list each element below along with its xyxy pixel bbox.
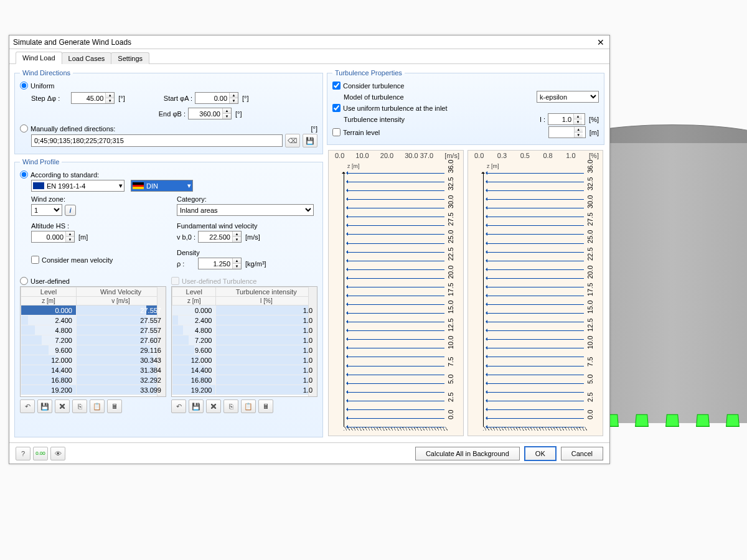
spin-down-icon[interactable]: ▼: [106, 98, 114, 103]
table-row[interactable]: 19.20033.099: [21, 385, 166, 395]
panel-wind-directions: Wind Directions Uniform Step Δφ : ▲▼ [°]…: [14, 69, 323, 154]
ok-button[interactable]: OK: [525, 447, 556, 460]
select-zone[interactable]: 1: [31, 204, 62, 216]
tool-undo-icon[interactable]: ↶: [20, 399, 35, 413]
check-consider[interactable]: [332, 82, 341, 90]
table-row[interactable]: 0.0001.0: [172, 306, 317, 315]
label-manual: Manually defined directions:: [31, 125, 115, 133]
legend-turb: Turbulence Properties: [332, 69, 405, 77]
input-density[interactable]: ▲▼: [198, 258, 242, 269]
clear-icon[interactable]: ⌫: [285, 134, 300, 147]
input-start[interactable]: ▲▼: [195, 92, 238, 104]
tab-bar: Wind Load Load Cases Settings: [9, 49, 609, 64]
tab-wind-load[interactable]: Wind Load: [16, 52, 62, 64]
input-manual-list[interactable]: [31, 134, 283, 147]
tool-clear-icon[interactable]: 🗙: [206, 399, 221, 413]
tool-calc-icon[interactable]: 🖩: [107, 399, 122, 413]
check-terrain[interactable]: [332, 128, 341, 136]
tool-paste-icon[interactable]: 📋: [90, 399, 105, 413]
table-turbulence[interactable]: LevelTurbulence intensity z [m]I [%] 0.0…: [171, 286, 317, 397]
table-row[interactable]: 4.80027.557: [21, 325, 166, 335]
cancel-button[interactable]: Cancel: [561, 447, 603, 460]
tool-clear-icon[interactable]: 🗙: [55, 399, 70, 413]
table-toolbar-2: ↶ 💾 🗙 ⎘ 📋 🖩: [171, 399, 317, 413]
tool-calc-icon[interactable]: 🖩: [258, 399, 273, 413]
table-row[interactable]: 7.2001.0: [172, 335, 317, 345]
close-icon[interactable]: ✕: [596, 37, 606, 47]
input-end[interactable]: ▲▼: [188, 108, 232, 119]
view-icon[interactable]: 👁: [50, 447, 65, 460]
tab-load-cases[interactable]: Load Cases: [62, 52, 112, 64]
table-row[interactable]: 9.60029.116: [21, 345, 166, 355]
table-row[interactable]: 2.4001.0: [172, 315, 317, 325]
check-mean[interactable]: [31, 256, 39, 264]
dialog: Simulate and Generate Wind Loads ✕ Wind …: [9, 35, 610, 464]
legend-profile: Wind Profile: [20, 158, 62, 166]
input-intensity[interactable]: ▲▼: [548, 113, 585, 125]
select-model[interactable]: k-epsilon: [537, 91, 599, 103]
table-row[interactable]: 9.6001.0: [172, 345, 317, 355]
help-icon[interactable]: ?: [16, 447, 31, 460]
label-end: End φB :: [154, 110, 186, 118]
label-step: Step Δφ :: [31, 95, 60, 102]
units-icon[interactable]: 0.00: [33, 447, 48, 460]
label-uniform: Uniform: [31, 82, 55, 90]
titlebar: Simulate and Generate Wind Loads ✕: [9, 35, 609, 49]
select-annex[interactable]: DIN▾: [131, 180, 193, 192]
tool-paste-icon[interactable]: 📋: [241, 399, 256, 413]
table-velocity[interactable]: LevelWind Velocity z [m]v [m/s] 0.00027.…: [20, 286, 166, 397]
tab-settings[interactable]: Settings: [111, 52, 149, 64]
input-step[interactable]: ▲▼: [71, 92, 115, 104]
table-row[interactable]: 16.80032.292: [21, 375, 166, 385]
label-fundamental: Fundamental wind velocity: [177, 222, 258, 230]
table-row[interactable]: 19.2001.0: [172, 385, 317, 395]
tool-undo-icon[interactable]: ↶: [171, 399, 186, 413]
calculate-button[interactable]: Calculate All in Background: [415, 447, 520, 460]
table-row[interactable]: 0.00027.557: [21, 306, 166, 315]
label-according: According to standard:: [31, 171, 99, 179]
select-standard[interactable]: EN 1991-1-4▾: [31, 180, 125, 192]
table-row[interactable]: 7.20027.607: [21, 335, 166, 345]
table-row[interactable]: 14.40031.384: [21, 365, 166, 375]
panel-wind-profile: Wind Profile According to standard: EN 1…: [14, 158, 323, 437]
panel-turbulence: Turbulence Properties Consider turbulenc…: [327, 69, 604, 145]
table-row[interactable]: 14.4001.0: [172, 365, 317, 375]
radio-according[interactable]: [20, 170, 28, 179]
table-row[interactable]: 12.00030.343: [21, 355, 166, 365]
label-density: Density: [177, 249, 200, 256]
graph-turbulence: 0.0 0.3 0.5 0.8 1.0 [%] z [m] 36.032.530…: [467, 150, 603, 436]
spin-up-icon[interactable]: ▲: [106, 93, 114, 98]
legend-directions: Wind Directions: [20, 69, 73, 77]
tool-save-icon[interactable]: 💾: [37, 399, 52, 413]
radio-user[interactable]: [20, 277, 28, 285]
dialog-title: Simulate and Generate Wind Loads: [13, 38, 131, 47]
check-user-turb: [171, 277, 179, 285]
label-zone: Wind zone:: [31, 195, 65, 203]
info-icon[interactable]: i: [65, 205, 76, 216]
tool-save-icon[interactable]: 💾: [189, 399, 204, 413]
table-row[interactable]: 2.40027.557: [21, 315, 166, 325]
dialog-footer: ? 0.00 👁 Calculate All in Background OK …: [9, 442, 609, 464]
graph-velocity: 0.0 10.0 20.0 30.0 37.0 [m/s] z [m] 36.0…: [328, 150, 464, 436]
label-category: Category:: [177, 195, 207, 203]
input-terrain[interactable]: ▲▼: [548, 126, 586, 138]
label-start: Start φA :: [164, 95, 192, 102]
save-icon[interactable]: 💾: [303, 134, 317, 147]
select-category[interactable]: Inland areas: [177, 204, 314, 216]
radio-manual[interactable]: [20, 124, 28, 133]
table-row[interactable]: 4.8001.0: [172, 325, 317, 335]
table-toolbar-1: ↶ 💾 🗙 ⎘ 📋 🖩: [20, 399, 166, 413]
input-altitude[interactable]: ▲▼: [31, 231, 75, 243]
radio-uniform[interactable]: [20, 82, 28, 90]
label-altitude: Altitude HS :: [31, 222, 69, 230]
graphs: 0.0 10.0 20.0 30.0 37.0 [m/s] z [m] 36.0…: [327, 149, 604, 437]
table-row[interactable]: 16.8001.0: [172, 375, 317, 385]
table-row[interactable]: 12.0001.0: [172, 355, 317, 365]
input-fundamental[interactable]: ▲▼: [198, 231, 242, 243]
check-uniform-inlet[interactable]: [332, 104, 341, 112]
tool-copy-icon[interactable]: ⎘: [72, 399, 87, 413]
tool-copy-icon[interactable]: ⎘: [223, 399, 238, 413]
